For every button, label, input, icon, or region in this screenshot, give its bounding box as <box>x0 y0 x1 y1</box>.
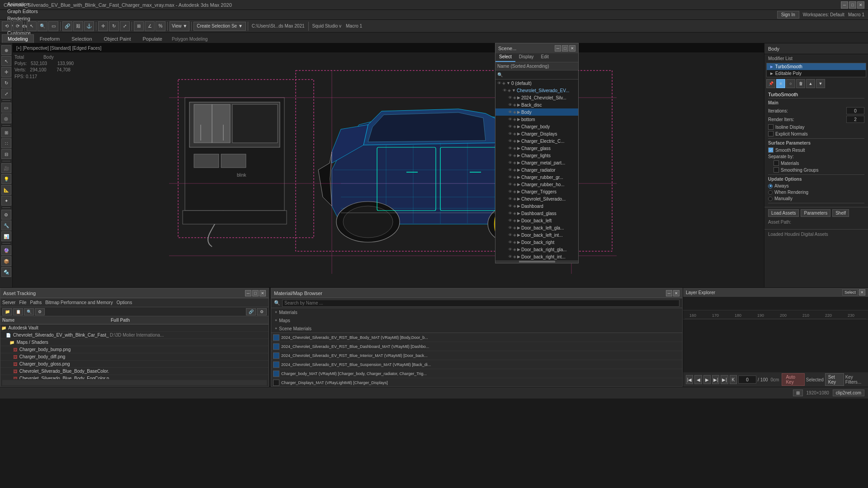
lt-btn-16[interactable]: 🔧 <box>1 221 11 230</box>
lt-btn-18[interactable]: 🔮 <box>1 245 11 255</box>
parameters-button[interactable]: Parameters <box>801 209 830 217</box>
lt-btn-15[interactable]: ⚙ <box>1 210 11 220</box>
mod-icon-gizmo[interactable]: ○ <box>786 79 795 88</box>
se-item-0-default[interactable]: 👁 ◈ ▼ 0 (default) <box>495 80 578 87</box>
mb-mat-suspension[interactable]: 2024_Chevrolet_Silverado_EV_RST_Blue_Sus… <box>271 360 682 369</box>
se-item-charger-rubber-ho[interactable]: 👁◈▶Charger_rubber_ho... <box>495 181 578 188</box>
se-item-charger-rubber-gr[interactable]: 👁◈▶Charger_rubber_gr... <box>495 174 578 181</box>
lt-btn-17[interactable]: 📊 <box>1 231 11 241</box>
lt-btn-7[interactable]: ◎ <box>1 113 11 123</box>
scale-button[interactable]: ⤢ <box>120 21 130 31</box>
se-tab-select[interactable]: Select <box>495 53 515 62</box>
redo-button[interactable]: ⟳ <box>13 21 23 31</box>
at-menu-paths[interactable]: Paths <box>30 300 42 305</box>
rect-select-button[interactable]: ▭ <box>48 21 58 31</box>
move-button[interactable]: ✛ <box>98 21 108 31</box>
lt-btn-19[interactable]: 📦 <box>1 256 11 266</box>
se-item-charger-electric[interactable]: 👁◈▶Charger_Electric_C... <box>495 137 578 145</box>
lt-btn-8[interactable]: ⊞ <box>1 127 11 137</box>
mb-mat-charger-body[interactable]: Charger_body_MAT (VRayMtl) [Charger_body… <box>271 369 682 378</box>
se-item-door-back-right[interactable]: 👁◈▶Door_back_right <box>495 239 578 246</box>
mb-mat-charger-displays[interactable]: Charger_Displays_MAT (VRayLightMtl) [Cha… <box>271 378 682 386</box>
at-tb-4[interactable]: ⚙ <box>35 308 45 315</box>
se-maximize-button[interactable]: □ <box>562 45 568 52</box>
se-item-charger-metal[interactable]: 👁◈▶Charger_metal_part... <box>495 159 578 166</box>
mod-icon-pin[interactable]: 📌 <box>766 79 775 88</box>
se-item-chevrolet[interactable]: 👁◈ ▼ Chevrolet_Silverado_EV... <box>495 87 578 94</box>
se-tab-edit[interactable]: Edit <box>538 53 552 62</box>
lt-btn-20[interactable]: 🔩 <box>1 267 11 277</box>
tab-selection[interactable]: Selection <box>66 34 98 43</box>
modifier-editable-poly[interactable]: ► Editable Poly <box>767 70 866 77</box>
mb-cat-maps[interactable]: + Maps <box>271 316 682 324</box>
menu-graph-editors[interactable]: Graph Editors <box>4 8 42 15</box>
se-close-button[interactable]: ✕ <box>569 45 576 52</box>
mb-minimize[interactable]: ─ <box>666 290 672 296</box>
tl-next-frame[interactable]: ▶| <box>712 375 719 384</box>
minimize-button[interactable]: ─ <box>841 1 848 9</box>
lt-btn-12[interactable]: 💡 <box>1 174 11 184</box>
se-item-door-back-right-int[interactable]: 👁◈▶Door_back_right_int... <box>495 253 578 260</box>
at-tb-1[interactable]: 📁 <box>2 308 12 315</box>
at-menu-server[interactable]: Server <box>2 300 15 305</box>
menu-animation[interactable]: Animation <box>4 0 42 8</box>
modifier-turbosmooth[interactable]: ► TurboSmooth <box>767 63 866 70</box>
lt-btn-6[interactable]: ▭ <box>1 103 11 113</box>
view-button[interactable]: View ▼ <box>170 21 189 31</box>
lt-btn-1[interactable]: ⊕ <box>1 45 11 55</box>
manually-radio[interactable] <box>768 197 773 201</box>
signin-button[interactable]: Sign In <box>777 11 799 19</box>
se-item-bottom[interactable]: 👁◈▶bottom <box>495 116 578 123</box>
unlink-button[interactable]: ⛓ <box>73 21 83 31</box>
smooth-result-checkbox[interactable]: ✓ <box>768 147 774 153</box>
se-item-door-back-right-gl[interactable]: 👁◈▶Door_back_right_gla... <box>495 246 578 253</box>
se-scrollbar[interactable] <box>495 260 578 263</box>
tab-modeling[interactable]: Modeling <box>2 34 34 43</box>
create-selection-dropdown[interactable]: Create Selection Se ▼ <box>193 22 246 31</box>
mb-cat-scene-materials[interactable]: + Scene Materials <box>271 324 682 333</box>
se-item-charger-glass[interactable]: 👁◈▶Charger_glass <box>495 145 578 152</box>
at-menu-options[interactable]: Options <box>117 300 132 305</box>
iterations-input[interactable] <box>846 107 864 114</box>
se-item-charger-displays[interactable]: 👁◈▶Charger_Displays <box>495 130 578 137</box>
se-item-charger-lights[interactable]: 👁◈▶Charger_lights <box>495 152 578 159</box>
undo-button[interactable]: ⟲ <box>2 21 12 31</box>
mb-mat-interior[interactable]: 2024_Chevrolet_Silverado_EV_RST_Blue_Int… <box>271 351 682 360</box>
at-row-charger-gloss[interactable]: 🖼 Charger_body_gloss.png <box>0 361 269 368</box>
at-minimize[interactable]: ─ <box>245 290 251 296</box>
se-item-2024[interactable]: 👁◈ ▶ 2024_Chevrolet_Silv... <box>495 94 578 101</box>
se-tab-display[interactable]: Display <box>515 53 538 62</box>
mb-search-input[interactable] <box>282 300 679 307</box>
at-row-charger-diff[interactable]: 🖼 Charger_body_diff.png <box>0 353 269 361</box>
mod-icon-down[interactable]: ▼ <box>816 79 825 88</box>
se-item-charger-triggers[interactable]: 👁◈▶Charger_Triggers <box>495 188 578 195</box>
se-item-dashboard-glass[interactable]: 👁◈▶Dashboard_glass <box>495 210 578 217</box>
at-close[interactable]: ✕ <box>259 290 266 296</box>
se-item-charger-radiator[interactable]: 👁◈▶Charger_radiator <box>495 166 578 174</box>
timeline-frame-input[interactable] <box>738 375 756 384</box>
status-grid-button[interactable]: ⊞ <box>793 389 803 396</box>
tl-go-end[interactable]: ▶| <box>721 375 728 384</box>
isoline-checkbox[interactable] <box>768 124 774 130</box>
se-item-back-disc[interactable]: 👁◈ ▶ Back_disc <box>495 101 578 108</box>
se-item-chevrolet-s[interactable]: 👁◈▶Chevrolet_Silverado... <box>495 195 578 202</box>
setkey-button[interactable]: Set Key <box>825 373 844 386</box>
se-scrollbar-thumb[interactable] <box>519 261 555 263</box>
mod-icon-up[interactable]: ▲ <box>806 79 815 88</box>
tab-freeform[interactable]: Freeform <box>34 34 66 43</box>
mod-icon-params[interactable]: ≡ <box>776 79 785 88</box>
se-item-door-back-left[interactable]: 👁◈▶Door_back_left <box>495 217 578 224</box>
select-by-name-button[interactable]: 🔍 <box>38 21 47 31</box>
always-radio[interactable] <box>768 184 773 188</box>
autokey-button[interactable]: Auto Key <box>782 373 804 386</box>
se-item-charger-body[interactable]: 👁◈▶Charger_body <box>495 123 578 130</box>
link-button[interactable]: 🔗 <box>62 21 72 31</box>
lt-btn-10[interactable]: ⊟ <box>1 149 11 159</box>
maximize-button[interactable]: □ <box>849 1 856 9</box>
se-item-door-back-left-int[interactable]: 👁◈▶Door_back_left_int... <box>495 231 578 239</box>
tab-object-paint[interactable]: Object Paint <box>98 34 137 43</box>
mb-cat-materials[interactable]: + Materials <box>271 308 682 316</box>
lt-btn-9[interactable]: ∷ <box>1 138 11 148</box>
bind-button[interactable]: ⚓ <box>84 21 94 31</box>
at-tb-right-2[interactable]: ⚙ <box>257 308 267 315</box>
